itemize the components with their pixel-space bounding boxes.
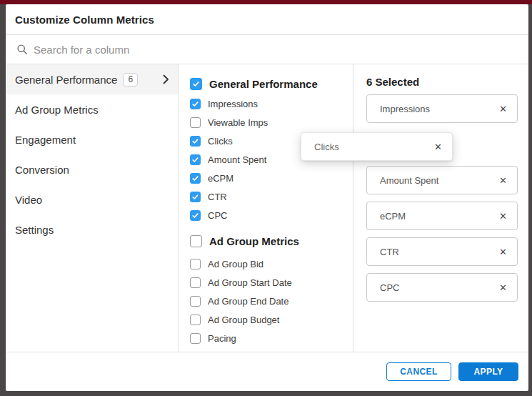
remove-icon[interactable]: ✕ <box>499 176 507 185</box>
remove-icon[interactable]: ✕ <box>434 142 442 152</box>
customize-column-metrics-modal: Customize Column Metrics General Perform… <box>6 4 528 391</box>
metric-row-viewable-imps[interactable]: Viewable Imps <box>190 113 353 132</box>
sidebar-item-video[interactable]: Video <box>6 184 178 214</box>
metric-group-header-label: Ad Group Metrics <box>209 235 299 247</box>
modal-body: General Performance6Ad Group MetricsEnga… <box>6 64 528 352</box>
metric-label: Ad Group Start Date <box>208 277 292 288</box>
chip-label: CPC <box>380 282 399 293</box>
metric-row-ad-group-budget[interactable]: Ad Group Budget <box>190 310 353 329</box>
selected-chip-ctr[interactable]: CTR✕ <box>366 237 518 266</box>
sidebar-item-label: Settings <box>15 224 54 236</box>
metric-row-ctr[interactable]: CTR <box>190 187 353 206</box>
chip-label: eCPM <box>380 211 406 222</box>
metric-row-ecpm[interactable]: eCPM <box>190 169 353 187</box>
selected-count-title: 6 Selected <box>366 76 518 88</box>
selected-chips-list: Impressions✕Amount Spent✕eCPM✕CTR✕CPC✕ <box>366 94 518 302</box>
metric-label: Impressions <box>208 99 258 109</box>
remove-icon[interactable]: ✕ <box>499 283 507 292</box>
chevron-right-icon <box>163 74 169 84</box>
checkbox-checked[interactable] <box>190 154 201 165</box>
metric-group-header-label: General Performance <box>209 78 318 90</box>
metric-group-header-ad-group-metrics[interactable]: Ad Group Metrics <box>190 230 353 252</box>
modal-footer: CANCEL APPLY <box>6 352 528 391</box>
metric-label: Amount Spent <box>208 154 266 165</box>
metric-label: CPC <box>208 210 227 221</box>
metric-row-ad-group-bid[interactable]: Ad Group Bid <box>190 254 353 273</box>
sidebar-item-settings[interactable]: Settings <box>6 214 178 244</box>
checkbox-unchecked[interactable] <box>190 259 201 269</box>
category-sidebar: General Performance6Ad Group MetricsEnga… <box>6 64 179 352</box>
checkbox-unchecked[interactable] <box>190 333 201 344</box>
remove-icon[interactable]: ✕ <box>499 212 507 221</box>
selected-chip-impressions[interactable]: Impressions✕ <box>366 94 518 123</box>
modal-header: Customize Column Metrics <box>6 4 528 35</box>
metric-label: CTR <box>208 192 227 202</box>
checkbox-unchecked[interactable] <box>190 117 201 128</box>
checkbox-unchecked[interactable] <box>190 277 201 288</box>
metric-label: Clicks <box>208 136 233 147</box>
checkbox-unchecked[interactable] <box>190 235 202 247</box>
group-separator <box>190 224 353 230</box>
checkbox-checked[interactable] <box>190 210 201 221</box>
checkbox-checked[interactable] <box>190 99 201 109</box>
metric-group-header-general-performance[interactable]: General Performance <box>190 73 353 94</box>
search-bar <box>6 35 528 64</box>
dragging-chip-label: Clicks <box>314 142 339 152</box>
cancel-button[interactable]: CANCEL <box>386 362 451 381</box>
checkbox-checked[interactable] <box>190 173 201 184</box>
sidebar-item-label: Engagement <box>15 134 76 146</box>
metric-label: Pacing <box>208 333 236 344</box>
checkbox-checked[interactable] <box>190 136 201 147</box>
chip-label: Amount Spent <box>380 175 438 186</box>
sidebar-item-general-performance[interactable]: General Performance6 <box>6 64 178 94</box>
chip-label: CTR <box>380 247 399 257</box>
metric-row-ad-group-end-date[interactable]: Ad Group End Date <box>190 292 353 310</box>
sidebar-item-label: Video <box>15 194 42 206</box>
page-backdrop: Customize Column Metrics General Perform… <box>0 0 532 396</box>
search-icon <box>16 44 28 55</box>
selected-count-badge: 6 <box>123 73 138 86</box>
metric-row-pacing[interactable]: Pacing <box>190 329 353 347</box>
sidebar-item-conversion[interactable]: Conversion <box>6 154 178 184</box>
metric-row-cpc[interactable]: CPC <box>190 206 353 224</box>
sidebar-item-label: General Performance <box>15 74 117 86</box>
selected-chip-cpc[interactable]: CPC✕ <box>366 273 518 302</box>
dragging-chip[interactable]: Clicks ✕ <box>301 132 453 161</box>
metric-row-impressions[interactable]: Impressions <box>190 94 353 113</box>
chip-label: Impressions <box>380 104 430 114</box>
checkbox-unchecked[interactable] <box>190 315 201 325</box>
sidebar-item-label: Conversion <box>15 164 69 176</box>
metric-label: eCPM <box>208 173 234 184</box>
sidebar-item-engagement[interactable]: Engagement <box>6 124 178 154</box>
sidebar-item-label: Ad Group Metrics <box>15 104 99 116</box>
sidebar-item-ad-group-metrics[interactable]: Ad Group Metrics <box>6 94 178 124</box>
checkbox-checked[interactable] <box>190 192 201 202</box>
remove-icon[interactable]: ✕ <box>499 104 507 114</box>
selected-chip-amount-spent[interactable]: Amount Spent✕ <box>366 166 518 194</box>
metrics-checkbox-list: General PerformanceImpressionsViewable I… <box>179 64 353 352</box>
selected-columns-panel: 6 Selected Impressions✕Amount Spent✕eCPM… <box>353 64 528 352</box>
selected-chip-ecpm[interactable]: eCPM✕ <box>366 202 518 230</box>
search-input[interactable] <box>34 44 528 56</box>
metric-label: Ad Group Budget <box>208 315 279 325</box>
modal-title: Customize Column Metrics <box>15 14 154 26</box>
apply-button[interactable]: APPLY <box>458 362 518 381</box>
checkbox-checked[interactable] <box>190 78 202 90</box>
remove-icon[interactable]: ✕ <box>499 247 507 257</box>
metric-label: Ad Group End Date <box>208 296 288 307</box>
metric-label: Ad Group Bid <box>208 259 264 269</box>
metric-row-ad-group-start-date[interactable]: Ad Group Start Date <box>190 273 353 292</box>
checkbox-unchecked[interactable] <box>190 296 201 307</box>
metric-label: Viewable Imps <box>208 117 268 128</box>
